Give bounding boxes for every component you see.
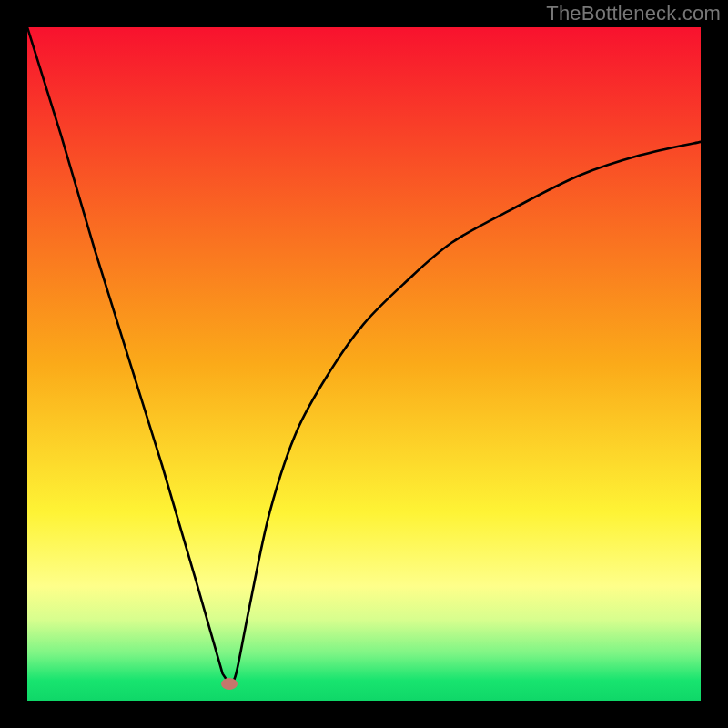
gradient-background: [27, 27, 701, 701]
minimum-marker: [221, 678, 238, 690]
chart-frame: TheBottleneck.com: [0, 0, 728, 728]
plot-svg: [27, 27, 701, 701]
plot-area: [27, 27, 701, 701]
watermark-text: TheBottleneck.com: [546, 2, 721, 25]
